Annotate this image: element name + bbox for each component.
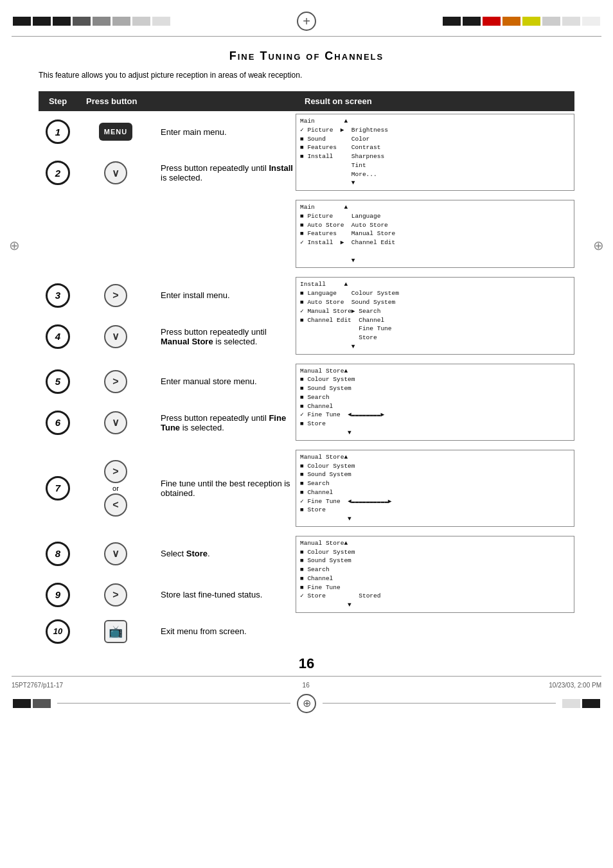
table-row: 7 > or < Fine tune until the best recept… — [39, 447, 574, 529]
screen-8: Manual Store▲ ■ Colour System ■ Sound Sy… — [296, 533, 574, 616]
step-circle-8: 8 — [46, 542, 70, 566]
step-button-9: > — [77, 574, 154, 616]
right-bars — [443, 17, 600, 26]
header-step: Step — [39, 91, 77, 111]
bottom-crosshair-icon: ⊕ — [297, 694, 316, 713]
screen-display-8: Manual Store▲ ■ Colour System ■ Sound Sy… — [296, 536, 574, 613]
step-number-7: 7 — [39, 447, 77, 529]
left-bars — [13, 17, 170, 26]
step-desc-4: Press button repeatedly until Manual Sto… — [154, 316, 296, 357]
step-desc-1: Enter main menu. — [154, 111, 296, 152]
step-circle-3: 3 — [46, 283, 70, 308]
down-button-4[interactable]: ∨ — [104, 325, 127, 348]
step-circle-4: 4 — [46, 324, 70, 349]
step-button-5: > — [77, 361, 154, 402]
step-button-8: ∨ — [77, 533, 154, 574]
step-desc-5: Enter manual store menu. — [154, 361, 296, 402]
screen-7: Manual Store▲ ■ Colour System ■ Sound Sy… — [296, 447, 574, 529]
step-button-6: ∨ — [77, 402, 154, 443]
center-crosshair — [297, 12, 316, 31]
screen-display-2: Main ▲ ■ Picture Language ■ Auto Store A… — [296, 200, 574, 268]
step-number-4: 4 — [39, 316, 77, 357]
table-row: 10 📺 Exit menu from screen. — [39, 619, 574, 644]
table-header: Step Press button Result on screen — [39, 91, 574, 111]
bottom-decorative-bar: ⊕ — [0, 689, 613, 718]
down-button-2[interactable]: ∨ — [104, 161, 127, 184]
step-circle-10: 10 — [46, 619, 70, 644]
right-button-7[interactable]: > — [104, 460, 127, 483]
step-button-4: ∨ — [77, 316, 154, 357]
step-desc-10: Exit menu from screen. — [154, 619, 296, 644]
step-desc-7: Fine tune until the best reception is ob… — [154, 447, 296, 529]
step-circle-9: 9 — [46, 583, 70, 607]
right-button-9[interactable]: > — [104, 583, 127, 607]
step-number-3: 3 — [39, 274, 77, 315]
step-number-2: 2 — [39, 152, 77, 193]
step-button-7: > or < — [77, 447, 154, 529]
table-row: Main ▲ ■ Picture Language ■ Auto Store A… — [39, 197, 574, 270]
page-number: 16 — [39, 655, 574, 672]
footer: 15PT2767/p11-17 16 10/23/03, 2:00 PM — [0, 682, 613, 689]
subtitle: This feature allows you to adjust pictur… — [39, 71, 574, 80]
step-desc-6: Press button repeatedly until Fine Tune … — [154, 402, 296, 443]
right-button-3[interactable]: > — [104, 284, 127, 307]
step-desc-9: Store last fine-tuned status. — [154, 574, 296, 616]
footer-right: 10/23/03, 2:00 PM — [549, 682, 601, 689]
table-row: 5 > Enter manual store menu. Manual Stor… — [39, 361, 574, 402]
screen-1: Main ▲ ✓ Picture ▶ Brightness ■ Sound Co… — [296, 111, 574, 193]
screen-display-5: Manual Store▲ ■ Colour System ■ Sound Sy… — [296, 364, 574, 441]
screen-10 — [296, 619, 574, 644]
header-result: Result on screen — [296, 91, 574, 111]
tv-button[interactable]: 📺 — [104, 620, 127, 643]
step-number-9: 9 — [39, 574, 77, 616]
step-desc-2: Press button repeatedly until Install is… — [154, 152, 296, 193]
main-content: Fine Tuning of Channels This feature all… — [0, 37, 613, 672]
step-button-10: 📺 — [77, 619, 154, 644]
screen-display-3: Install ▲ ■ Language Colour System ■ Aut… — [296, 277, 574, 354]
down-button-6[interactable]: ∨ — [104, 411, 127, 434]
header-press: Press button — [77, 91, 296, 111]
table-row: 1 MENU Enter main menu. Main ▲ ✓ Picture… — [39, 111, 574, 152]
screen-3: Install ▲ ■ Language Colour System ■ Aut… — [296, 274, 574, 357]
step-circle-7: 7 — [46, 476, 70, 500]
step-number-10: 10 — [39, 619, 77, 644]
step-circle-2: 2 — [46, 161, 70, 185]
table-row: 8 ∨ Select Store. Manual Store▲ ■ Colour… — [39, 533, 574, 574]
screen-display-1: Main ▲ ✓ Picture ▶ Brightness ■ Sound Co… — [296, 114, 574, 191]
instruction-table: Step Press button Result on screen 1 MEN… — [39, 91, 574, 644]
step-button-2: ∨ — [77, 152, 154, 193]
left-compass-icon: ⊕ — [9, 238, 20, 253]
screen-2: Main ▲ ■ Picture Language ■ Auto Store A… — [296, 197, 574, 270]
step-number-6: 6 — [39, 402, 77, 443]
step-circle-6: 6 — [46, 411, 70, 435]
step-button-3: > — [77, 274, 154, 315]
menu-button[interactable]: MENU — [99, 123, 132, 141]
footer-left: 15PT2767/p11-17 — [12, 682, 63, 689]
step-number-1: 1 — [39, 111, 77, 152]
right-button-5[interactable]: > — [104, 370, 127, 393]
footer-center: 16 — [303, 682, 310, 689]
screen-display-7: Manual Store▲ ■ Colour System ■ Sound Sy… — [296, 450, 574, 527]
step-circle-1: 1 — [46, 120, 70, 144]
right-compass-icon: ⊕ — [593, 238, 604, 253]
table-row: 3 > Enter install menu. Install ▲ ■ Lang… — [39, 274, 574, 315]
step-number-5: 5 — [39, 361, 77, 402]
down-button-8[interactable]: ∨ — [104, 542, 127, 565]
screen-5: Manual Store▲ ■ Colour System ■ Sound Sy… — [296, 361, 574, 443]
step-desc-3: Enter install menu. — [154, 274, 296, 315]
or-label: or — [112, 484, 119, 492]
step-desc-8: Select Store. — [154, 533, 296, 574]
bottom-divider — [12, 676, 601, 677]
page-title: Fine Tuning of Channels — [39, 49, 574, 63]
left-button-7[interactable]: < — [104, 493, 127, 517]
step-button-1: MENU — [77, 111, 154, 152]
step-circle-5: 5 — [46, 369, 70, 394]
step-number-8: 8 — [39, 533, 77, 574]
top-decorative-bar — [0, 0, 613, 31]
